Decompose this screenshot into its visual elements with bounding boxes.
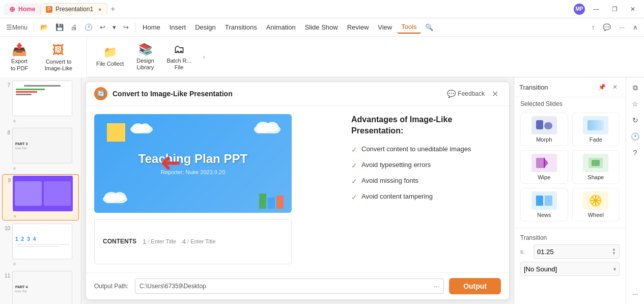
transition-morph[interactable]: Morph bbox=[520, 113, 568, 146]
transition-wheel[interactable]: Wheel bbox=[572, 188, 620, 222]
maximize-button[interactable]: ❐ bbox=[607, 3, 622, 15]
menu-bar: ☰ Menu 📂 💾 🖨 🕐 ↩ ▾ ↪ Home Insert Design … bbox=[0, 18, 644, 37]
duration-input[interactable]: 01.25 ▲ ▼ bbox=[534, 244, 620, 259]
help-sidebar-button[interactable]: ? bbox=[628, 146, 642, 160]
file-collect-label: File Collect bbox=[96, 61, 124, 67]
export-picture-icon: 🖼 bbox=[52, 43, 65, 57]
cloud3 bbox=[101, 189, 129, 205]
collapse-icon[interactable]: ∧ bbox=[630, 21, 641, 33]
tab-home[interactable]: ⊕ Home bbox=[4, 3, 40, 15]
menu-view[interactable]: View bbox=[374, 21, 396, 33]
share-icon[interactable]: ↑ bbox=[589, 21, 598, 33]
menu-separator2 bbox=[135, 23, 135, 32]
adv-text-1: Convert content to uneditable images bbox=[361, 145, 471, 153]
export-picture-button[interactable]: 🖼 Convert to Image-Like Presentation bbox=[36, 40, 81, 75]
slide-thumb-8: PART 3 Enter Title bbox=[12, 128, 72, 163]
tab-presentation[interactable]: P Presentation1 ● bbox=[40, 3, 107, 15]
menu-animation[interactable]: Animation bbox=[262, 21, 300, 33]
search-icon[interactable]: 🔍 bbox=[422, 21, 436, 33]
file-collect-button[interactable]: 📁 File Collect bbox=[91, 43, 129, 70]
advantages-title: Advantages of Image-Like Presentation: bbox=[351, 114, 501, 137]
morph-icon bbox=[531, 116, 557, 134]
history-icon[interactable]: 🕐 bbox=[81, 21, 96, 33]
slide-item-8[interactable]: 8 PART 3 Enter Title ★ bbox=[2, 127, 79, 172]
more-icon[interactable]: ··· bbox=[616, 21, 628, 33]
adv-item-4: ✓ Avoid content tampering bbox=[351, 192, 501, 201]
menu-tools[interactable]: Tools bbox=[397, 21, 421, 34]
redo-icon[interactable]: ↪ bbox=[120, 21, 132, 33]
menu-design[interactable]: Design bbox=[191, 21, 219, 33]
feedback-label: Feedback bbox=[458, 90, 485, 97]
output-path-text: C:\Users\67359\Desktop bbox=[139, 283, 206, 290]
sound-select[interactable]: [No Sound] ▾ bbox=[520, 262, 620, 276]
entry1-text: Enter Title bbox=[151, 238, 176, 244]
export-pdf-button[interactable]: 📤 Export to PDF bbox=[5, 39, 34, 74]
fade-icon bbox=[583, 116, 608, 134]
slide-item-9[interactable]: 9 ★ bbox=[2, 174, 79, 220]
sound-value: [No Sound] bbox=[524, 265, 557, 273]
right-panel-close-button[interactable]: ✕ bbox=[609, 81, 621, 93]
comment-icon[interactable]: 💬 bbox=[600, 21, 614, 33]
menu-transitions[interactable]: Transitions bbox=[221, 21, 261, 33]
undo-dropdown-icon[interactable]: ▾ bbox=[109, 21, 119, 33]
menu-slideshow[interactable]: Slide Show bbox=[301, 21, 342, 33]
entry1-num: 1 bbox=[143, 238, 146, 245]
dialog-preview-area: ➜ bbox=[86, 106, 351, 272]
position-title: Transition bbox=[520, 234, 620, 241]
toolbar-expand-button[interactable]: › bbox=[199, 44, 210, 70]
menu-insert[interactable]: Insert bbox=[165, 21, 190, 33]
dialog-close-button[interactable]: ✕ bbox=[489, 88, 501, 100]
feedback-button[interactable]: 💬 Feedback bbox=[447, 90, 485, 98]
duration-value: 01.25 bbox=[537, 248, 554, 256]
batch-file-button[interactable]: 🗂 Batch R...File bbox=[161, 40, 196, 74]
menu-review[interactable]: Review bbox=[343, 21, 373, 33]
duration-spinners[interactable]: ▲ ▼ bbox=[612, 247, 616, 256]
output-button[interactable]: Output bbox=[449, 278, 501, 294]
adv-item-1: ✓ Convert content to uneditable images bbox=[351, 145, 501, 154]
pin-button[interactable]: 📌 bbox=[596, 81, 607, 93]
history-sidebar-button[interactable]: 🕐 bbox=[628, 129, 642, 144]
duration-down-icon[interactable]: ▼ bbox=[612, 252, 616, 256]
minimize-button[interactable]: — bbox=[589, 3, 603, 15]
sound-dropdown-icon[interactable]: ▾ bbox=[613, 266, 616, 272]
print-icon[interactable]: 🖨 bbox=[68, 21, 80, 33]
dialog-footer: Output Path: C:\Users\67359\Desktop ··· … bbox=[86, 272, 509, 299]
close-button[interactable]: ✕ bbox=[626, 3, 640, 15]
slide-item-11[interactable]: 11 PART 4 Enter Title ★ bbox=[2, 270, 79, 304]
ppt-tab-label: Presentation1 bbox=[55, 6, 93, 13]
undo-icon[interactable]: ↩ bbox=[97, 21, 108, 33]
selected-slides-label: Selected Slides bbox=[514, 97, 626, 108]
transition-fade[interactable]: Fade bbox=[572, 113, 620, 146]
copy-sidebar-button[interactable]: ⧉ bbox=[628, 80, 642, 95]
add-tab-button[interactable]: + bbox=[107, 4, 119, 15]
export-pdf-icon: 📤 bbox=[12, 42, 27, 57]
cloud2 bbox=[252, 118, 283, 135]
star-sidebar-button[interactable]: ☆ bbox=[628, 97, 642, 111]
duration-label: s: bbox=[520, 248, 530, 255]
right-sidebar: ⧉ ☆ ↻ 🕐 ? ··· bbox=[626, 77, 644, 304]
rotate-sidebar-button[interactable]: ↻ bbox=[628, 113, 642, 127]
slide-thumb-10: 1 2 3 4 bbox=[12, 224, 72, 259]
output-path-more-icon[interactable]: ··· bbox=[433, 282, 439, 290]
open-file-icon[interactable]: 📂 bbox=[37, 21, 51, 33]
adv-text-2: Avoid typesetting errors bbox=[361, 161, 431, 169]
slide-item-7[interactable]: 7 ★ bbox=[2, 79, 79, 125]
output-path-field[interactable]: C:\Users\67359\Desktop ··· bbox=[135, 279, 444, 294]
transition-news[interactable]: News bbox=[520, 188, 568, 222]
rp-divider bbox=[514, 228, 626, 228]
menu-hamburger[interactable]: ☰ Menu bbox=[3, 21, 31, 33]
design-library-button[interactable]: 📚 DesignLibrary bbox=[131, 40, 159, 74]
transition-wipe[interactable]: Wipe bbox=[520, 150, 568, 184]
more-sidebar-button[interactable]: ··· bbox=[628, 287, 642, 301]
export-pdf-label: Export to PDF bbox=[11, 58, 28, 71]
deco-items bbox=[259, 194, 284, 209]
tab-close-icon[interactable]: ● bbox=[98, 6, 102, 12]
slide-star-9: ★ bbox=[13, 213, 73, 219]
dialog-header: 🔄 Convert to Image-Like Presentation 💬 F… bbox=[86, 82, 509, 106]
user-avatar[interactable]: MP bbox=[574, 4, 585, 15]
save-icon[interactable]: 💾 bbox=[52, 21, 67, 33]
menu-home[interactable]: Home bbox=[138, 21, 164, 33]
advantages-list: Advantages of Image-Like Presentation: ✓… bbox=[351, 114, 501, 201]
transition-shape[interactable]: Shape bbox=[572, 150, 620, 184]
slide-item-10[interactable]: 10 1 2 3 4 ★ bbox=[2, 223, 79, 268]
